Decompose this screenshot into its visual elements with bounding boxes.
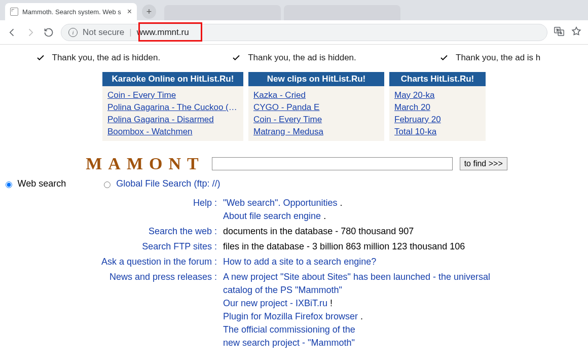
news-item-link[interactable]: new search project - "Mammoth" — [223, 338, 355, 348]
forum-link[interactable]: Ask a question in the forum : — [101, 257, 217, 267]
news-item-link[interactable]: Our new project - IXBiT.ru — [223, 298, 327, 308]
news-link[interactable]: News and press releases : — [109, 272, 217, 282]
ad-hidden-msg: Thank you, the ad is hidden. — [0, 53, 196, 63]
web-count: documents in the database - 780 thousand… — [223, 226, 414, 236]
col-header: Karaoke Online on HitList.Ru! — [102, 72, 243, 86]
row-forum: Ask a question in the forum : How to add… — [66, 255, 522, 268]
ad-text: Thank you, the ad is h — [456, 53, 540, 63]
promo-link[interactable]: CYGO - Panda E — [253, 101, 379, 114]
forum-question-link[interactable]: How to add a site to a search engine? — [223, 257, 376, 267]
row-news: News and press releases : A new project … — [66, 270, 522, 349]
search-row: MAMONT to find >>> — [0, 154, 588, 173]
info-rows: Help : "Web search". Opportunities . Abo… — [66, 196, 522, 349]
check-icon — [36, 53, 45, 62]
search-ftp-link[interactable]: Search FTP sites : — [142, 241, 217, 251]
help-link-ftp[interactable]: About file search engine — [223, 211, 321, 221]
col-body: Coin - Every Time Polina Gagarina - The … — [102, 86, 243, 141]
promo-link[interactable]: Boombox - Watchmen — [107, 126, 238, 138]
page-body: Thank you, the ad is hidden. Thank you, … — [0, 45, 588, 351]
search-input[interactable] — [212, 157, 453, 170]
radio-ftp[interactable] — [104, 181, 111, 188]
check-icon — [439, 53, 449, 62]
col-header: Charts HitList.Ru! — [389, 72, 486, 86]
url-text: www.mmnt.ru — [137, 27, 189, 38]
browser-chrome: Mammoth. Search system. Web s × + i Not … — [0, 0, 588, 45]
search-web-link[interactable]: Search the web : — [149, 226, 217, 236]
search-scope-radios: Web search Global File Search (ftp: //) — [0, 178, 223, 189]
site-info-icon[interactable]: i — [68, 28, 78, 37]
page-favicon-icon — [10, 8, 18, 16]
col-body: Kazka - Cried CYGO - Panda E Coin - Ever… — [248, 86, 384, 141]
check-icon — [232, 53, 241, 62]
promo-link[interactable]: Matrang - Medusa — [253, 126, 379, 138]
promo-link[interactable]: Polina Gagarina - The Cuckoo (Sau ... — [107, 101, 238, 114]
ad-row: Thank you, the ad is hidden. Thank you, … — [0, 45, 588, 72]
radio-web[interactable] — [6, 181, 12, 188]
address-bar[interactable]: i Not secure | www.mmnt.ru — [61, 24, 547, 41]
back-button[interactable] — [6, 26, 18, 39]
background-tab[interactable] — [284, 5, 400, 20]
browser-tab-active[interactable]: Mammoth. Search system. Web s × — [5, 3, 137, 20]
news-text: ! — [327, 298, 333, 308]
radio-web-label: Web search — [18, 178, 66, 189]
close-tab-icon[interactable]: × — [127, 7, 132, 16]
tab-title: Mammoth. Search system. Web s — [22, 8, 121, 16]
promo-link[interactable]: May 20-ka — [394, 89, 481, 101]
radio-ftp-wrap[interactable]: Global File Search (ftp: //) — [101, 178, 220, 189]
browser-toolbar: i Not secure | www.mmnt.ru — [0, 20, 588, 45]
radio-ftp-label: Global File Search (ftp: //) — [116, 178, 220, 189]
promo-link[interactable]: Total 10-ka — [394, 126, 481, 138]
ad-text: Thank you, the ad is hidden. — [248, 53, 356, 63]
help-link-web[interactable]: "Web search". Opportunities — [223, 198, 338, 208]
not-secure-label: Not secure — [83, 27, 124, 38]
news-item-link[interactable]: Plugin for Mozilla Firefox browser — [223, 311, 358, 321]
ftp-count: files in the database - 3 billion 863 mi… — [223, 241, 465, 251]
tab-strip: Mammoth. Search system. Web s × + — [0, 0, 588, 20]
search-button[interactable]: to find >>> — [460, 157, 507, 170]
news-item-link[interactable]: The official commissioning of the — [223, 324, 355, 335]
radio-web-wrap[interactable]: Web search — [3, 178, 66, 189]
news-text: . — [358, 311, 363, 321]
promo-link[interactable]: Coin - Every Time — [253, 114, 379, 126]
ad-text: Thank you, the ad is hidden. — [52, 53, 161, 63]
news-body: A new project "Site about Sites" has bee… — [223, 270, 522, 349]
row-value: "Web search". Opportunities . About file… — [223, 196, 522, 223]
col-karaoke: Karaoke Online on HitList.Ru! Coin - Eve… — [102, 72, 243, 141]
promo-link[interactable]: Kazka - Cried — [253, 89, 379, 101]
news-item-link[interactable]: A new project "Site about Sites" has bee… — [223, 272, 430, 282]
ad-hidden-msg: Thank you, the ad is h — [392, 53, 588, 63]
dot: . — [338, 198, 343, 208]
promo-link[interactable]: March 20 — [394, 101, 481, 114]
row-help: Help : "Web search". Opportunities . Abo… — [66, 196, 522, 223]
separator: | — [129, 27, 131, 38]
ad-hidden-msg: Thank you, the ad is hidden. — [196, 53, 392, 63]
dot: . — [321, 211, 326, 221]
col-body: May 20-ka March 20 February 20 Total 10-… — [389, 86, 486, 141]
col-charts: Charts HitList.Ru! May 20-ka March 20 Fe… — [389, 72, 486, 141]
promo-link[interactable]: February 20 — [394, 114, 481, 126]
row-web: Search the web : documents in the databa… — [66, 225, 522, 238]
site-logo: MAMONT — [81, 154, 204, 173]
row-label: Help : — [66, 196, 223, 223]
translate-icon[interactable] — [554, 26, 565, 39]
promo-link[interactable]: Polina Gagarina - Disarmed — [107, 114, 238, 126]
col-header: New clips on HitList.Ru! — [248, 72, 384, 86]
new-tab-button[interactable]: + — [142, 5, 156, 19]
reload-button[interactable] — [43, 26, 55, 39]
promo-columns: Karaoke Online on HitList.Ru! Coin - Eve… — [0, 72, 588, 141]
background-tab[interactable] — [164, 5, 281, 20]
col-clips: New clips on HitList.Ru! Kazka - Cried C… — [248, 72, 384, 141]
forward-button[interactable] — [24, 26, 36, 39]
promo-link[interactable]: Coin - Every Time — [107, 89, 238, 101]
bookmark-star-icon[interactable] — [571, 26, 582, 39]
row-ftp: Search FTP sites : files in the database… — [66, 240, 522, 253]
